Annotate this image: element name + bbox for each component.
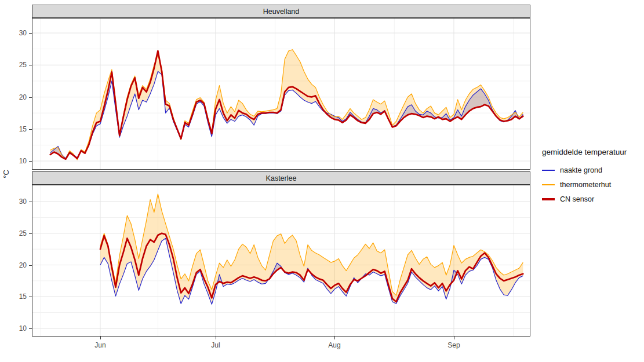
x-tick-mark [216, 337, 216, 339]
y-tick-label: 20 [12, 261, 27, 269]
x-tick-label: Aug [322, 341, 347, 349]
legend-key-line [542, 170, 555, 171]
y-tick-mark [29, 202, 32, 202]
y-tick-mark [29, 33, 32, 34]
facet-strip-kasterlee: Kasterlee [32, 171, 530, 185]
x-tick-mark [334, 337, 335, 339]
x-tick-label: Jul [203, 341, 228, 349]
legend-item-thermometerhut: thermometerhut [542, 177, 642, 192]
y-tick-label: 20 [12, 93, 27, 101]
legend-item-label: thermometerhut [560, 181, 611, 189]
facet-strip-heuvelland: Heuvelland [32, 5, 530, 18]
x-tick-label: Sep [441, 341, 467, 349]
facet-strip-label: Heuvelland [263, 8, 300, 16]
y-tick-mark [29, 129, 32, 130]
legend-title: gemiddelde temperatuur [542, 148, 642, 156]
legend-key-line [542, 198, 555, 200]
y-tick-label: 30 [12, 29, 27, 37]
legend-items: naakte grondthermometerhutCN sensor [542, 163, 642, 206]
legend-key-line [542, 184, 555, 185]
x-tick-mark [454, 337, 454, 339]
y-tick-label: 15 [12, 125, 27, 133]
y-tick-label: 15 [12, 292, 27, 301]
y-tick-mark [29, 328, 32, 329]
legend-item-label: naakte grond [560, 166, 602, 174]
legend-item-label: CN sensor [560, 195, 594, 203]
y-tick-label: 25 [12, 61, 27, 69]
y-tick-mark [29, 65, 32, 65]
y-tick-label: 10 [12, 324, 27, 332]
panel-plot-heuvelland [32, 18, 530, 170]
y-tick-mark [29, 233, 32, 234]
y-tick-label: 25 [12, 229, 27, 237]
temperature-facet-chart: °C Heuvelland Kasterlee 1015202530101520… [0, 0, 644, 362]
y-tick-mark [29, 97, 32, 98]
y-tick-label: 10 [12, 157, 27, 165]
y-tick-mark [29, 297, 32, 297]
panel-plot-kasterlee [32, 185, 530, 337]
x-tick-label: Jun [88, 341, 113, 349]
legend-item-naakte-grond: naakte grond [542, 163, 642, 177]
facet-strip-label: Kasterlee [266, 174, 297, 182]
legend: gemiddelde temperatuur naakte grondtherm… [542, 148, 642, 206]
legend-item-cn-sensor: CN sensor [542, 192, 642, 206]
y-tick-mark [29, 265, 32, 266]
x-tick-mark [100, 337, 101, 339]
y-tick-label: 30 [12, 198, 27, 206]
y-tick-mark [29, 161, 32, 162]
y-axis-title: °C [2, 164, 10, 185]
